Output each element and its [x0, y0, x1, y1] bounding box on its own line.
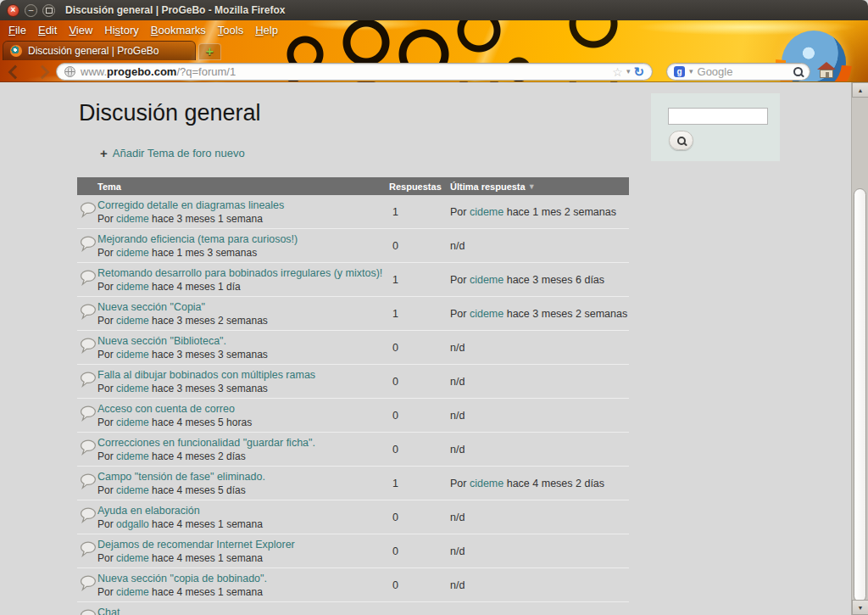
topic-link[interactable]: Acceso con cuenta de correo — [97, 403, 384, 416]
reload-icon[interactable]: ↻ — [633, 65, 644, 78]
menu-bookmarks[interactable]: Bookmarks — [151, 24, 206, 36]
last-reply-cell: Por cideme hace 4 meses 2 días — [450, 467, 629, 500]
replies-cell: 0 — [389, 534, 450, 567]
table-header-row: Tema Respuestas Última respuesta ▼ — [77, 177, 629, 195]
new-tab-button[interactable]: + — [198, 43, 221, 60]
url-bar[interactable]: www.progebo.com/?q=forum/1 ☆ ▾ ↻ — [56, 63, 653, 81]
scroll-down-button[interactable]: ▼ — [852, 600, 868, 615]
forum-topic-row: Retomando desarrollo para bobinados irre… — [77, 263, 629, 297]
topic-link[interactable]: Dejamos de recomendar Internet Explorer — [97, 539, 384, 551]
topic-link[interactable]: Nueva sección "Copia" — [97, 301, 384, 314]
menu-tools[interactable]: Tools — [218, 24, 243, 36]
tab-discusion-general[interactable]: Discusión general | ProGeBo — [3, 41, 196, 60]
window-maximize-button[interactable] — [42, 4, 55, 17]
topic-link[interactable]: Nueva sección "Biblioteca". — [97, 335, 384, 348]
sort-desc-icon: ▼ — [528, 182, 536, 191]
forum-topic-row: Correcciones en funcionalidad "guardar f… — [77, 433, 629, 467]
last-reply-cell: n/d — [450, 365, 629, 398]
bookmark-star-icon[interactable]: ☆ — [612, 66, 623, 78]
last-reply-cell: n/d — [450, 568, 629, 601]
last-reply-author-link[interactable]: cideme — [470, 206, 504, 218]
topic-link[interactable]: Corregido detalle en diagramas lineales — [97, 199, 384, 212]
topic-link[interactable]: Campo "tensión de fase" eliminado. — [97, 471, 384, 484]
menu-edit[interactable]: Edit — [38, 24, 57, 36]
author-link[interactable]: cideme — [116, 281, 149, 293]
author-link[interactable]: cideme — [116, 349, 149, 361]
topic-link[interactable]: Correcciones en funcionalidad "guardar f… — [97, 437, 384, 450]
menu-help[interactable]: Help — [255, 24, 278, 36]
topic-author-line: Por cideme hace 4 meses 1 semana — [97, 586, 384, 599]
last-reply-cell: n/d — [450, 399, 629, 432]
replies-cell — [389, 602, 450, 615]
scroll-up-button[interactable]: ▲ — [852, 82, 868, 98]
forum-topics-table: Tema Respuestas Última respuesta ▼ Corre… — [77, 177, 629, 615]
add-forum-topic-link[interactable]: Añadir Tema de foro nuevo — [113, 147, 245, 159]
topic-cell: Acceso con cuenta de correo Por cideme h… — [77, 399, 389, 432]
topic-author-line: Por cideme hace 4 meses 5 días — [97, 484, 384, 497]
sidebar-search-input[interactable] — [668, 108, 768, 125]
no-reply-label: n/d — [450, 410, 465, 422]
topic-cell: Mejorando eficiencia (tema para curiosos… — [77, 229, 389, 262]
search-placeholder: Google — [698, 65, 733, 78]
scrollbar-thumb[interactable] — [854, 188, 866, 602]
forum-topic-row: Corregido detalle en diagramas lineales … — [77, 195, 629, 229]
sidebar-search-button[interactable] — [669, 131, 693, 150]
topic-link[interactable]: Falla al dibujar bobinados con múltiples… — [97, 369, 384, 382]
author-link[interactable]: cideme — [116, 315, 149, 327]
last-reply-author-link[interactable]: cideme — [470, 274, 504, 286]
author-link[interactable]: cideme — [116, 450, 149, 462]
replies-cell: 1 — [389, 195, 450, 228]
author-link[interactable]: cideme — [116, 417, 149, 428]
urlbar-dropdown-icon[interactable]: ▾ — [626, 68, 631, 75]
last-reply-author-link[interactable]: cideme — [470, 308, 504, 320]
search-magnifier-icon[interactable] — [793, 67, 803, 76]
sidebar-search-block — [651, 93, 780, 161]
topic-link[interactable]: Mejorando eficiencia (tema para curiosos… — [97, 233, 384, 246]
column-header-topic: Tema — [77, 182, 389, 192]
no-reply-label: n/d — [450, 444, 465, 456]
replies-cell: 1 — [389, 297, 450, 330]
replies-cell: 0 — [389, 331, 450, 364]
last-reply-cell: Por cideme hace 3 meses 6 días — [450, 263, 629, 296]
topic-cell: Dejamos de recomendar Internet Explorer … — [77, 534, 389, 567]
topic-bubble-icon — [80, 507, 97, 527]
author-link[interactable]: cideme — [116, 383, 149, 394]
back-button[interactable] — [8, 65, 23, 80]
home-icon — [817, 62, 836, 70]
author-link[interactable]: cideme — [116, 552, 149, 564]
page-scrollbar[interactable]: ▲ ▼ — [851, 82, 868, 615]
window-minimize-button[interactable]: – — [25, 4, 37, 17]
topic-bubble-icon — [80, 372, 97, 391]
author-link[interactable]: cideme — [116, 586, 149, 598]
replies-cell: 0 — [389, 399, 450, 432]
search-bar[interactable]: g ▾ Google — [666, 63, 810, 81]
home-button[interactable] — [817, 62, 836, 79]
topic-bubble-icon — [80, 575, 97, 595]
last-reply-cell: n/d — [450, 331, 629, 364]
menu-history[interactable]: History — [104, 24, 138, 36]
last-reply-cell: n/d — [450, 433, 629, 466]
forum-topic-row: Dejamos de recomendar Internet Explorer … — [77, 534, 629, 568]
menu-file[interactable]: File — [8, 24, 26, 36]
topic-link[interactable]: Nueva sección "copia de bobinado". — [97, 573, 384, 585]
topic-link[interactable]: Ayuda en elaboración — [97, 505, 384, 517]
topic-link[interactable]: Retomando desarrollo para bobinados irre… — [97, 267, 384, 280]
search-engine-dropdown-icon[interactable]: ▾ — [689, 68, 693, 75]
author-link[interactable]: cideme — [116, 213, 149, 225]
topic-author-line: Por cideme hace 3 meses 1 semana — [97, 213, 384, 226]
last-reply-cell: n/d — [450, 534, 629, 567]
forward-button[interactable] — [36, 65, 50, 80]
author-link[interactable]: cideme — [116, 247, 149, 259]
topic-bubble-icon — [80, 405, 97, 425]
last-reply-cell: n/d — [450, 229, 629, 262]
url-text: www.progebo.com/?q=forum/1 — [81, 65, 236, 78]
column-header-last-reply[interactable]: Última respuesta ▼ — [450, 182, 629, 192]
window-close-button[interactable]: × — [7, 4, 19, 17]
last-reply-author-link[interactable]: cideme — [470, 478, 504, 489]
topic-link[interactable]: Chat — [97, 607, 384, 615]
author-link[interactable]: odgallo — [116, 518, 149, 530]
menu-view[interactable]: View — [69, 24, 92, 36]
author-link[interactable]: cideme — [116, 484, 149, 496]
menu-bar: FileEditViewHistoryBookmarksToolsHelp — [0, 20, 278, 39]
site-globe-icon — [64, 66, 75, 77]
